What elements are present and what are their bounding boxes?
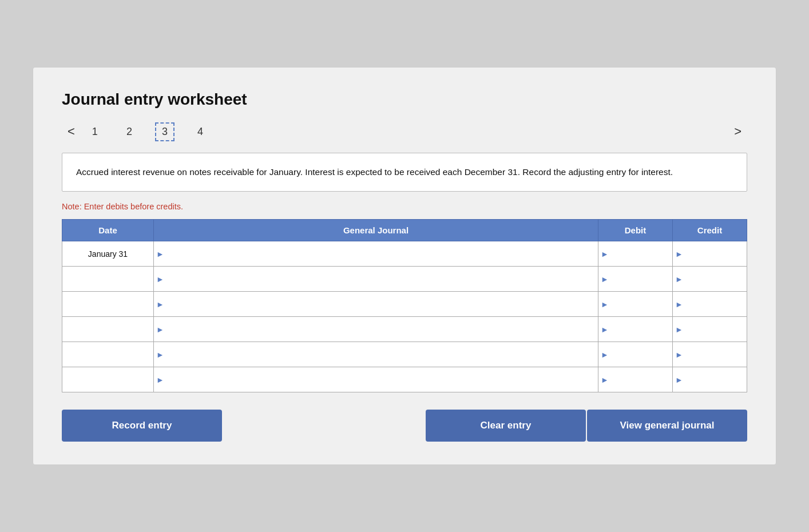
row6-credit-cell: ►	[673, 367, 747, 392]
row5-date	[62, 342, 154, 367]
row1-date: January 31	[62, 241, 154, 267]
description-text: Accrued interest revenue on notes receiv…	[76, 167, 673, 177]
row1-credit-arrow: ►	[675, 249, 683, 259]
row4-journal-arrow: ►	[156, 325, 164, 334]
header-credit: Credit	[673, 220, 747, 241]
row3-debit-cell: ►	[598, 292, 673, 317]
row1-debit-cell: ►	[598, 241, 673, 267]
row6-journal-cell: ►	[154, 367, 598, 392]
header-debit: Debit	[598, 220, 673, 241]
row5-journal-input[interactable]	[165, 342, 598, 367]
row1-debit-input[interactable]	[610, 241, 672, 266]
table-row: January 31 ► ► ►	[62, 241, 747, 267]
row6-journal-arrow: ►	[156, 375, 164, 384]
worksheet-container: Journal entry worksheet < 1 2 3 4 > Accr…	[33, 67, 776, 465]
row6-journal-input[interactable]	[165, 367, 598, 392]
row4-credit-arrow: ►	[675, 325, 683, 334]
table-row: ► ► ►	[62, 317, 747, 342]
journal-table: Date General Journal Debit Credit Januar…	[62, 219, 747, 392]
row5-credit-arrow: ►	[675, 350, 683, 359]
row1-credit-cell: ►	[673, 241, 747, 267]
table-row: ► ► ►	[62, 292, 747, 317]
row6-date	[62, 367, 154, 392]
clear-entry-button[interactable]: Clear entry	[426, 410, 586, 442]
row5-debit-arrow: ►	[601, 350, 609, 359]
nav-tabs: 1 2 3 4	[86, 122, 209, 141]
row4-credit-cell: ►	[673, 317, 747, 342]
row6-credit-arrow: ►	[675, 375, 683, 384]
row3-credit-cell: ►	[673, 292, 747, 317]
row6-debit-input[interactable]	[610, 367, 672, 392]
row2-debit-cell: ►	[598, 267, 673, 292]
row5-credit-cell: ►	[673, 342, 747, 367]
table-row: ► ► ►	[62, 267, 747, 292]
row1-journal-cell: ►	[154, 241, 598, 267]
row3-debit-input[interactable]	[610, 292, 672, 316]
row2-date	[62, 267, 154, 292]
view-general-journal-button[interactable]: View general journal	[587, 410, 747, 442]
row2-journal-input[interactable]	[165, 267, 598, 291]
row6-debit-cell: ►	[598, 367, 673, 392]
row2-journal-arrow: ►	[156, 275, 164, 284]
row6-debit-arrow: ►	[601, 375, 609, 384]
row4-debit-cell: ►	[598, 317, 673, 342]
row3-journal-arrow: ►	[156, 300, 164, 309]
row4-journal-input[interactable]	[165, 317, 598, 342]
nav-tab-2[interactable]: 2	[121, 124, 138, 140]
row5-journal-arrow: ►	[156, 350, 164, 359]
row1-debit-arrow: ►	[601, 249, 609, 259]
row2-credit-input[interactable]	[684, 267, 747, 291]
note-text: Note: Enter debits before credits.	[62, 202, 747, 211]
row4-debit-arrow: ►	[601, 325, 609, 334]
row3-date	[62, 292, 154, 317]
table-row: ► ► ►	[62, 367, 747, 392]
row1-journal-input[interactable]	[165, 241, 598, 266]
nav-row: < 1 2 3 4 >	[62, 122, 747, 141]
row4-credit-input[interactable]	[684, 317, 747, 342]
nav-left-arrow[interactable]: <	[62, 124, 81, 139]
row3-credit-arrow: ►	[675, 300, 683, 309]
row2-journal-cell: ►	[154, 267, 598, 292]
row6-credit-input[interactable]	[684, 367, 747, 392]
page-title: Journal entry worksheet	[62, 90, 747, 109]
row3-journal-cell: ►	[154, 292, 598, 317]
row5-debit-input[interactable]	[610, 342, 672, 367]
row2-credit-cell: ►	[673, 267, 747, 292]
header-journal: General Journal	[154, 220, 598, 241]
record-entry-button[interactable]: Record entry	[62, 410, 222, 442]
row3-debit-arrow: ►	[601, 300, 609, 309]
row3-journal-input[interactable]	[165, 292, 598, 316]
row1-credit-input[interactable]	[684, 241, 747, 266]
nav-tab-1[interactable]: 1	[86, 124, 104, 140]
nav-tab-3[interactable]: 3	[155, 122, 175, 141]
row2-credit-arrow: ►	[675, 275, 683, 284]
row2-debit-arrow: ►	[601, 275, 609, 284]
table-row: ► ► ►	[62, 342, 747, 367]
description-box: Accrued interest revenue on notes receiv…	[62, 153, 747, 192]
row4-date	[62, 317, 154, 342]
row5-journal-cell: ►	[154, 342, 598, 367]
header-date: Date	[62, 220, 154, 241]
row4-journal-cell: ►	[154, 317, 598, 342]
row3-credit-input[interactable]	[684, 292, 747, 316]
row5-credit-input[interactable]	[684, 342, 747, 367]
nav-tab-4[interactable]: 4	[192, 124, 209, 140]
row2-debit-input[interactable]	[610, 267, 672, 291]
buttons-row: Record entry Clear entry View general jo…	[62, 410, 747, 442]
row5-debit-cell: ►	[598, 342, 673, 367]
nav-right-arrow[interactable]: >	[728, 124, 747, 139]
row4-debit-input[interactable]	[610, 317, 672, 342]
row1-journal-arrow: ►	[156, 249, 164, 259]
